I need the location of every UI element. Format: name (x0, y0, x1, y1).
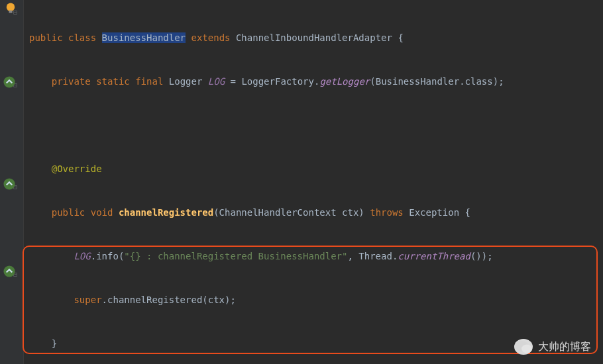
watermark: 大帅的博客 (514, 339, 591, 355)
gutter: ⊟ ⊟ ⊟ ⊟ (0, 0, 24, 364)
svg-point-3 (3, 178, 15, 189)
selected-token[interactable]: BusinessHandler (102, 32, 186, 43)
svg-point-6 (521, 345, 532, 353)
code-line[interactable] (29, 118, 561, 132)
watermark-text: 大帅的博客 (538, 340, 591, 354)
code-line[interactable]: public void channelRegistered(ChannelHan… (29, 205, 561, 220)
code-line[interactable]: private static final Logger LOG = Logger… (29, 74, 561, 89)
code-line[interactable]: super.channelRegistered(ctx); (29, 293, 561, 307)
code-line[interactable]: } (29, 336, 561, 351)
code-line[interactable]: public class BusinessHandler extends Cha… (29, 30, 561, 45)
svg-point-4 (3, 265, 15, 277)
code-area[interactable]: public class BusinessHandler extends Cha… (24, 0, 561, 364)
override-icon[interactable] (3, 265, 16, 278)
annotation: @Override (52, 163, 102, 174)
code-line[interactable]: LOG.info("{} : channelRegistered Busines… (29, 249, 561, 263)
code-editor[interactable]: ⊟ ⊟ ⊟ ⊟ public class BusinessHandler ext… (0, 0, 603, 364)
override-icon[interactable] (3, 177, 16, 191)
svg-point-2 (3, 76, 15, 87)
code-line[interactable]: @Override (29, 161, 561, 176)
svg-rect-1 (9, 11, 13, 13)
override-icon[interactable] (3, 75, 16, 89)
wechat-icon (514, 339, 533, 355)
fold-minus-icon[interactable]: ⊟ (13, 5, 20, 12)
